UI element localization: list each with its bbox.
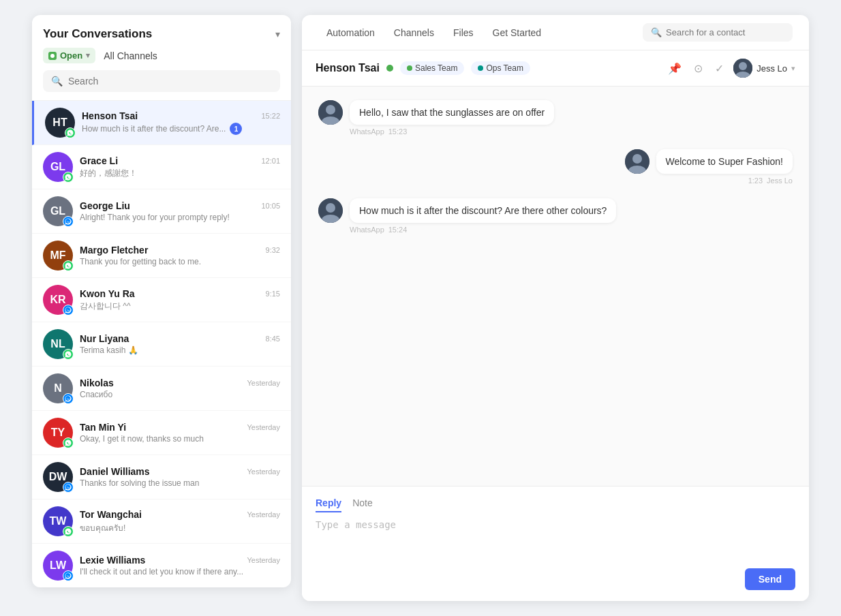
panel-title: Your Conversations [43,27,152,41]
channel-badge [63,349,74,360]
avatar-wrap: LW [43,551,73,581]
header-actions: 📌 ⊙ ✓ Jess Lo ▾ [665,59,795,78]
avatar-wrap: TW [43,506,73,536]
reply-footer: Send [316,568,795,590]
conversation-item[interactable]: HT Henson Tsai 15:22 How much is it afte… [32,101,291,145]
message-content: How much is it after the discount? Are t… [350,198,616,234]
channel-badge [63,260,74,271]
conv-name: Tan Min Yi [80,422,126,433]
conversation-list: HT Henson Tsai 15:22 How much is it afte… [32,101,291,587]
conv-name: Kwon Yu Ra [80,288,135,299]
conv-info: Margo Fletcher 9:32 Thank you for gettin… [80,245,280,266]
conv-info: Lexie Williams Yesterday I'll check it o… [80,555,280,576]
channel-badge [63,216,74,227]
conversation-item[interactable]: GL George Liu 10:05 Alright! Thank you f… [32,189,291,234]
conversation-item[interactable]: GL Grace Li 12:01 好的，感謝您！ [32,145,291,189]
all-channels-filter[interactable]: All Channels [104,50,157,61]
conversation-item[interactable]: DW Daniel Williams Yesterday Thanks for … [32,455,291,499]
conversation-item[interactable]: MF Margo Fletcher 9:32 Thank you for get… [32,234,291,278]
conv-preview: Terima kasih 🙏 [80,345,280,355]
ops-team-badge[interactable]: Ops Team [471,61,530,75]
conv-preview: 감사합니다 ^^ [80,301,280,312]
message-time: 15:24 [388,226,408,234]
conversation-item[interactable]: NL Nur Liyana 8:45 Terima kasih 🙏 [32,322,291,367]
send-button[interactable]: Send [745,568,795,590]
ops-team-dot [478,65,483,71]
avatar-wrap: GL [43,196,73,226]
online-status-icon [386,65,393,72]
unread-badge: 1 [230,123,242,135]
message-meta: WhatsApp 15:23 [350,127,554,136]
conv-info: Tan Min Yi Yesterday Okay, I get it now,… [80,422,280,444]
search-input[interactable] [68,76,272,87]
filter-status-badge[interactable]: Open ▾ [43,48,95,63]
channel-badge [65,127,76,138]
svg-point-7 [632,154,642,164]
conv-info: George Liu 10:05 Alright! Thank you for … [80,200,280,222]
conv-time: 9:15 [266,290,280,298]
conv-time: 12:01 [261,157,280,165]
tab-reply[interactable]: Reply [316,497,341,512]
conversation-item[interactable]: LW Lexie Williams Yesterday I'll check i… [32,544,291,587]
chat-contact-name: Henson Tsai [316,62,380,74]
message-agent: Jess Lo [767,176,793,185]
conv-info: Kwon Yu Ra 9:15 감사합니다 ^^ [80,288,280,312]
sales-team-dot [407,65,412,71]
agent-chevron-icon: ▾ [791,64,795,73]
nav-search-input[interactable] [666,27,784,37]
pin-icon[interactable]: 📌 [665,59,684,78]
channel-badge [63,482,74,493]
avatar-wrap: GL [43,152,73,182]
conv-time: Yesterday [247,510,280,519]
settings-icon[interactable]: ⊙ [691,59,705,78]
conversation-item[interactable]: TY Tan Min Yi Yesterday Okay, I get it n… [32,411,291,455]
conv-preview: Alright! Thank you for your prompty repl… [80,213,280,222]
sales-team-badge[interactable]: Sales Team [400,61,464,75]
nav-item-get-started[interactable]: Get Started [485,22,550,44]
reply-tabs: Reply Note [316,497,795,512]
conv-name: Daniel Williams [80,466,150,477]
message-row: Hello, I saw that the sunglasses are on … [318,100,793,136]
message-meta: 1:23 Jess Lo [656,176,793,185]
conversation-item[interactable]: TW Tor Wangchai Yesterday ขอบคุณครับ! [32,499,291,544]
conv-name: Grace Li [80,155,118,166]
avatar-wrap: N [43,373,73,403]
nav-search-icon: 🔍 [651,27,662,37]
message-channel: WhatsApp [350,226,384,234]
conv-name: Margo Fletcher [80,245,148,256]
conv-time: Yesterday [247,467,280,476]
check-icon[interactable]: ✓ [712,59,727,78]
agent-message-avatar [625,149,649,174]
svg-point-10 [326,203,335,213]
channel-badge [63,526,74,537]
chat-header: Henson Tsai Sales Team Ops Team 📌 ⊙ ✓ Je… [302,50,809,87]
conv-name: George Liu [80,200,130,211]
avatar-wrap: HT [45,108,75,138]
nav-item-channels[interactable]: Channels [386,22,442,44]
conv-time: 9:32 [266,246,280,254]
reply-input[interactable] [316,519,795,560]
panel-header: Your Conversations ▾ Open ▾ All Channels… [32,15,291,101]
avatar-wrap: KR [43,285,73,315]
conv-info: Nikolas Yesterday Спасибо [80,378,280,399]
messages-area: Hello, I saw that the sunglasses are on … [302,87,809,486]
nav-item-files[interactable]: Files [445,22,482,44]
conversation-item[interactable]: KR Kwon Yu Ra 9:15 감사합니다 ^^ [32,278,291,322]
agent-selector[interactable]: Jess Lo ▾ [733,59,795,78]
search-bar: 🔍 [43,70,280,92]
conversation-item[interactable]: N Nikolas Yesterday Спасибо [32,367,291,411]
tab-note[interactable]: Note [352,497,373,512]
message-meta: WhatsApp 15:24 [350,226,616,234]
conv-preview: Okay, I get it now, thanks so much [80,434,280,444]
avatar-wrap: DW [43,462,73,492]
conv-name: Lexie Williams [80,555,145,566]
conv-info: Tor Wangchai Yesterday ขอบคุณครับ! [80,509,280,534]
conv-time: 8:45 [266,335,280,343]
nav-search-bar: 🔍 [643,23,793,42]
conv-name: Henson Tsai [82,110,138,121]
avatar-wrap: TY [43,418,73,448]
left-panel: Your Conversations ▾ Open ▾ All Channels… [32,15,291,587]
conv-time: Yesterday [247,423,280,431]
message-row: Welcome to Super Fashion! 1:23 Jess Lo [318,149,793,185]
nav-item-automation[interactable]: Automation [318,22,383,44]
